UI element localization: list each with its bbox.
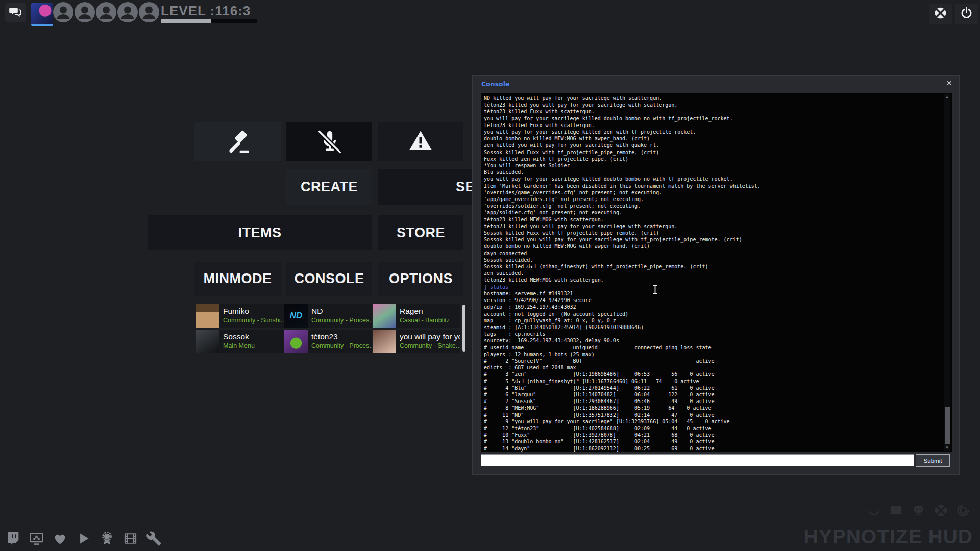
friend-entry[interactable]: FumikoCommunity - Sunshi... <box>196 304 284 328</box>
avatar-placeholder[interactable] <box>139 2 159 22</box>
store-label: STORE <box>397 225 445 241</box>
friend-entry[interactable]: NDNDCommunity - Proces... <box>284 304 372 328</box>
console-log-line: Sossok killed Fuxx with tf_projectile_pi… <box>484 230 944 236</box>
console-log-line: hostname: serveme.tf #1491321 <box>484 290 944 297</box>
console-log-line: # 11 "ND" [U:1:357517832] 02:14 47 0 act… <box>484 412 944 418</box>
console-log[interactable]: ND killed you will pay for your sacrileg… <box>481 93 952 452</box>
friend-entry[interactable]: SossokMain Menu <box>196 330 284 353</box>
console-log-line: téton23 killed Fuxx with scattergun. <box>484 108 944 115</box>
console-log-line: map : cp_gullywash_f9 at: 0 x, 0 y, 0 z <box>484 317 944 324</box>
items-button[interactable]: ITEMS <box>148 215 372 250</box>
book-icon[interactable] <box>889 503 903 520</box>
console-log-line: zen suicided. <box>484 270 944 277</box>
chat-button[interactable] <box>5 3 26 22</box>
console-log-line: # 4 "Blu" [U:1:270149544] 06:22 61 0 act… <box>484 385 944 391</box>
console-log-line: Sossok killed Fuxx with tf_projectile_pi… <box>484 149 944 156</box>
banana-icon[interactable] <box>866 503 881 520</box>
twitch-icon[interactable] <box>5 531 21 548</box>
console-log-line: # 10 "Fuxx" [U:1:39278078] 04:21 68 0 ac… <box>484 432 944 438</box>
heart-icon[interactable] <box>52 531 68 548</box>
close-icon[interactable]: × <box>946 78 952 89</box>
console-log-line: steamid : [A:1:1344050182:45914] (902691… <box>484 324 944 331</box>
avatar-placeholder[interactable] <box>75 2 95 22</box>
github-icon[interactable] <box>911 503 926 520</box>
console-log-line: 'overrides/game_overrides.cfg' not prese… <box>484 189 944 196</box>
console-log-line: # 13 "doublo bombo no" [U:1:428162537] 0… <box>484 438 944 445</box>
console-log-line: Sossok killed you will pay for your sacr… <box>484 236 944 243</box>
report-player-button[interactable] <box>194 122 281 161</box>
friend-status: Community - Proces... <box>311 342 372 350</box>
friend-status: Community - Proces... <box>311 316 372 324</box>
console-log-line: doublo bombo no killed MEW:MOG with awpe… <box>484 243 944 249</box>
console-log-line: doublo bombo no killed MEW:MOG with awpe… <box>484 135 944 142</box>
tf2-logo-icon[interactable] <box>934 503 948 520</box>
avatar-placeholder[interactable] <box>53 2 74 22</box>
screen-share-icon[interactable] <box>29 531 44 548</box>
friend-name: Sossok <box>223 332 255 342</box>
console-input[interactable] <box>481 454 914 466</box>
console-log-line: ND killed you will pay for your sacrileg… <box>484 95 944 102</box>
play-icon[interactable] <box>76 531 91 548</box>
create-label: CREATE <box>301 179 358 195</box>
avatar-placeholder[interactable] <box>117 2 138 22</box>
friend-avatar <box>373 330 396 353</box>
console-log-line: # 14 "dayn" [U:1:862092132] 00:25 69 0 a… <box>484 445 944 452</box>
friend-entry[interactable]: téton23Community - Proces... <box>284 330 372 353</box>
avatar-placeholder[interactable] <box>96 2 116 22</box>
hud-credit-links <box>866 503 971 520</box>
friend-texts: SossokMain Menu <box>219 330 255 353</box>
console-log-line: you will pay for your sacrilege killed d… <box>484 115 944 122</box>
scroll-up-icon[interactable]: ▲ <box>944 95 950 99</box>
console-window: Console × ND killed you will pay for you… <box>472 75 960 475</box>
tf2-home-button[interactable] <box>929 4 952 24</box>
console-log-line: dayn connected <box>484 250 944 257</box>
minmode-button[interactable]: MINMODE <box>194 262 281 296</box>
console-log-line: players : 12 humans, 1 bots (25 max) <box>484 351 944 358</box>
friend-avatar <box>196 304 219 328</box>
alerts-button[interactable] <box>378 122 463 161</box>
store-button[interactable]: STORE <box>378 215 463 250</box>
console-scrollbar-thumb[interactable] <box>945 407 950 444</box>
film-icon[interactable] <box>122 531 138 548</box>
friend-entry[interactable]: RagenCasual - Bamblitz <box>373 304 460 328</box>
submit-button[interactable]: Submit <box>916 454 950 467</box>
console-log-line: you will pay for your sacrilege killed z… <box>484 129 944 135</box>
console-log-line: zen killed you will pay for your sacrile… <box>484 142 944 148</box>
console-log-line: # 7 "Sossok" [U:1:293084467] 05:46 49 0 … <box>484 398 944 405</box>
items-label: ITEMS <box>238 225 281 241</box>
wrench-icon[interactable] <box>146 531 162 548</box>
friends-scrollbar[interactable] <box>462 305 465 352</box>
mute-button[interactable] <box>286 122 372 161</box>
tf2-main-menu: LEVEL :116:3 <box>0 0 980 551</box>
console-log-line: téton23 killed MEW:MOG with scattergun. <box>484 277 944 283</box>
console-log-line: téton23 killed you will pay for your sac… <box>484 102 944 108</box>
friend-name: Ragen <box>400 306 450 316</box>
friend-name: you will pay for yo... <box>400 332 460 342</box>
award-icon[interactable] <box>99 531 115 548</box>
friend-avatar-label: ND <box>290 311 303 321</box>
profile-avatar[interactable] <box>31 3 53 26</box>
friend-texts: NDCommunity - Proces... <box>308 304 372 328</box>
friend-texts: you will pay for yo...Community - Snake.… <box>396 330 460 353</box>
console-scrollbar[interactable]: ▲ ▼ <box>944 94 950 451</box>
create-server-button[interactable]: CREATE <box>286 169 372 205</box>
friend-avatar <box>196 330 219 353</box>
console-log-line: ] status <box>484 284 944 290</box>
mic-muted-icon <box>316 128 342 155</box>
gavel-icon <box>225 128 251 155</box>
console-log-line: udp/ip : 169.254.197.43:43032 <box>484 304 944 310</box>
friend-name: téton23 <box>311 332 372 342</box>
console-log-line: téton23 killed you will pay for your sac… <box>484 223 944 230</box>
level-progress-bar <box>161 19 257 23</box>
text-cursor <box>652 285 658 296</box>
hypnotize-logo-icon[interactable] <box>956 503 971 520</box>
console-button[interactable]: CONSOLE <box>286 262 372 296</box>
scroll-down-icon[interactable]: ▼ <box>944 445 950 450</box>
options-button[interactable]: OPTIONS <box>378 262 463 296</box>
friend-entry[interactable]: you will pay for yo...Community - Snake.… <box>373 330 460 353</box>
console-log-line: # 5 "لعِك (nihao_fineshyt)" [U:1:1677664… <box>484 378 944 385</box>
console-log-line: # 3 "zen" [U:1:198698486] 06:53 56 0 act… <box>484 371 944 378</box>
friends-list: FumikoCommunity - Sunshi...NDNDCommunity… <box>196 304 465 353</box>
options-label: OPTIONS <box>389 271 453 287</box>
quit-button[interactable] <box>955 4 978 24</box>
